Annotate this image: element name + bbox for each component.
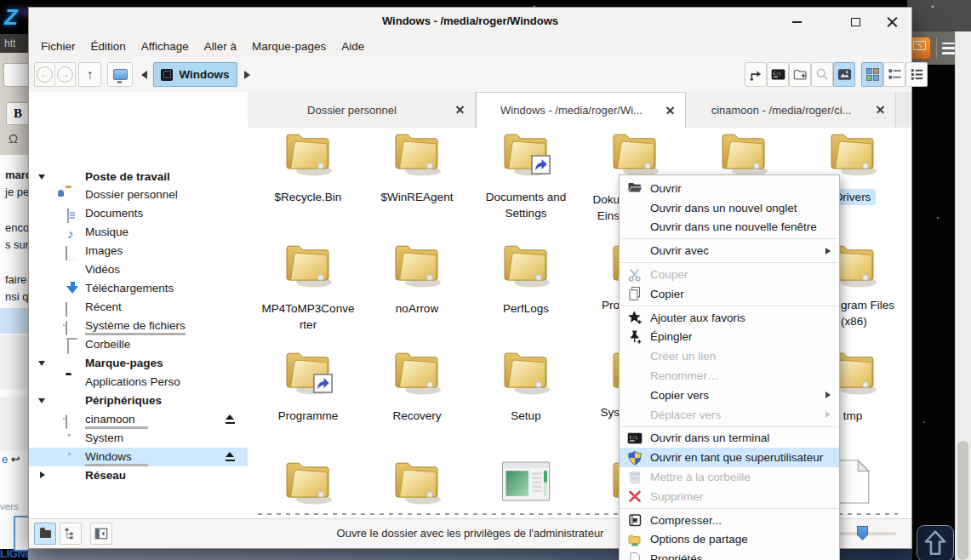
file-item[interactable]: MP4ToMP3Converter xyxy=(254,241,363,289)
sidebar-section-computer[interactable]: Poste de travail xyxy=(29,168,248,186)
expander-down-icon[interactable] xyxy=(38,398,45,403)
maximize-button[interactable] xyxy=(842,12,868,32)
show-thumbnails-button[interactable] xyxy=(833,62,855,87)
sidebar-item-applications-perso[interactable]: Applications Perso xyxy=(29,373,248,391)
menu-icon[interactable] xyxy=(942,43,955,54)
search-button[interactable] xyxy=(811,62,833,87)
sidebar-item-cinamoon[interactable]: cinamoon xyxy=(29,410,248,429)
eject-icon[interactable] xyxy=(225,414,235,425)
omega-button[interactable]: Ω xyxy=(9,131,18,146)
sidebar-item-videos[interactable]: Vidéos xyxy=(29,260,248,279)
file-item[interactable] xyxy=(689,129,798,177)
tab-dossier-personnel[interactable]: Dossier personnel xyxy=(248,92,476,128)
back-button[interactable]: ← xyxy=(34,62,55,87)
file-label-fragment: Sys xyxy=(560,404,620,420)
sidebar-item-pictures[interactable]: Images xyxy=(29,242,248,260)
menu-fichier[interactable]: Fichier xyxy=(33,37,83,55)
sidebar-item-recent[interactable]: Récent xyxy=(29,298,248,317)
compact-view-button[interactable] xyxy=(883,62,905,87)
computer-button[interactable] xyxy=(107,62,133,87)
sidebar-item-downloads[interactable]: Téléchargements xyxy=(29,279,248,298)
application-window-icon xyxy=(502,462,549,500)
close-tab-icon[interactable] xyxy=(456,106,464,114)
menu-item-ouvrir-fenetre[interactable]: Ouvrir dans une nouvelle fenêtre xyxy=(620,218,839,237)
file-item[interactable] xyxy=(580,129,689,177)
file-item[interactable]: noArrow xyxy=(363,241,471,289)
file-item[interactable]: $Recycle.Bin xyxy=(254,129,363,177)
minimize-button[interactable] xyxy=(784,12,809,32)
menu-item-ouvrir-onglet[interactable]: Ouvrir dans un nouvel onglet xyxy=(620,198,839,218)
bold-button[interactable]: B xyxy=(6,102,30,125)
close-tab-icon[interactable] xyxy=(877,106,884,114)
sidebar-item-documents[interactable]: Documents xyxy=(29,204,248,223)
file-item[interactable] xyxy=(471,461,580,501)
menubar: Fichier Édition Affichage Aller à Marque… xyxy=(29,36,911,57)
new-folder-button[interactable] xyxy=(789,62,811,87)
menu-item-options-partage[interactable]: Options de partage xyxy=(620,530,839,550)
menu-item-ajouter-favoris[interactable]: Ajouter aux favoris xyxy=(620,308,839,328)
expander-right-icon[interactable] xyxy=(40,471,45,478)
expander-down-icon[interactable] xyxy=(38,361,45,366)
file-item[interactable]: $WinREAgent xyxy=(363,129,471,177)
menu-marque-pages[interactable]: Marque-pages xyxy=(244,37,334,55)
breadcrumb-right-arrow[interactable] xyxy=(239,62,254,87)
reply-link[interactable]: e ↩ xyxy=(2,453,20,466)
sidebar-section-devices[interactable]: Périphériques xyxy=(29,391,248,410)
file-item[interactable] xyxy=(363,458,471,506)
titlebar[interactable]: Windows - /media/roger/Windows xyxy=(29,8,911,37)
file-item-selected[interactable]: Drivers xyxy=(798,129,907,177)
jump-to-button[interactable] xyxy=(745,62,767,87)
expander-down-icon[interactable] xyxy=(38,174,45,180)
menu-item-ouvrir[interactable]: Ouvrir xyxy=(620,179,839,198)
forward-button[interactable]: → xyxy=(54,62,76,87)
file-item[interactable]: Documents andSettings xyxy=(471,129,580,177)
close-button[interactable] xyxy=(879,12,905,32)
drive-icon xyxy=(66,414,67,429)
tab-windows[interactable]: Windows - /media/roger/Wi... xyxy=(476,92,686,128)
browser-text-fragment: s sur xyxy=(5,238,29,251)
sidebar-item-trash[interactable]: Corbeille xyxy=(29,335,248,354)
file-item[interactable]: Programme xyxy=(254,348,363,396)
list-view-button[interactable] xyxy=(905,62,928,87)
menu-edition[interactable]: Édition xyxy=(83,37,134,55)
menu-item-copier-vers[interactable]: Copier vers xyxy=(620,386,839,405)
menu-separator xyxy=(620,426,838,427)
icon-view-icon xyxy=(866,68,878,80)
sidebar-item-filesystem[interactable]: Système de fichiers xyxy=(29,317,248,335)
breadcrumb-left-arrow[interactable] xyxy=(136,62,151,87)
sidebar-item-home[interactable]: Dossier personnel xyxy=(29,186,248,204)
sidebar-item-system[interactable]: System xyxy=(29,429,248,448)
up-button[interactable]: ↑ xyxy=(78,62,101,87)
close-tab-icon[interactable] xyxy=(666,106,674,114)
menu-item-copier[interactable]: Copier xyxy=(620,284,839,304)
menu-affichage[interactable]: Affichage xyxy=(134,37,197,55)
open-terminal-button[interactable] xyxy=(767,62,789,87)
sidebar-item-windows[interactable]: Windows xyxy=(29,448,248,466)
sidebar-item-music[interactable]: ♪Musique xyxy=(29,223,248,242)
browser-input-fragment[interactable] xyxy=(3,63,29,87)
menu-item-proprietes[interactable]: Propriétés xyxy=(620,549,839,560)
menu-item-epingler[interactable]: Épingler xyxy=(620,328,839,347)
sidebar-section-bookmarks[interactable]: Marque-pages xyxy=(29,354,248,373)
menu-aller-a[interactable]: Aller à xyxy=(197,37,244,55)
menu-item-ouvrir-superutilisateur[interactable]: Ouvrir en tant que superutilisateur xyxy=(620,448,839,467)
partition-icon xyxy=(161,69,173,81)
background-scrollbar-thumb[interactable] xyxy=(957,441,968,560)
scroll-to-top-button[interactable] xyxy=(917,525,954,560)
file-item[interactable] xyxy=(254,458,363,506)
menu-item-ouvrir-avec[interactable]: Ouvrir avec xyxy=(620,241,839,260)
menu-item-renommer: Renommer… xyxy=(620,366,839,386)
menu-aide[interactable]: Aide xyxy=(334,37,372,55)
menu-item-ouvrir-terminal[interactable]: Ouvrir dans un terminal xyxy=(620,429,839,449)
folder-icon xyxy=(723,134,768,175)
tab-cinamoon[interactable]: cinamoon - /media/roger/ci... xyxy=(686,92,896,128)
file-item[interactable]: Recovery xyxy=(363,348,471,396)
file-item[interactable]: PerfLogs xyxy=(471,241,580,289)
icon-view-button[interactable] xyxy=(861,62,883,87)
breadcrumb-current[interactable]: Windows xyxy=(153,62,237,87)
file-item[interactable]: Setup xyxy=(471,348,580,396)
sidebar-section-network[interactable]: Réseau xyxy=(29,466,248,485)
eject-icon[interactable] xyxy=(225,452,235,462)
zoom-slider[interactable] xyxy=(837,532,896,535)
menu-item-compresser[interactable]: Compresser... xyxy=(620,511,839,530)
